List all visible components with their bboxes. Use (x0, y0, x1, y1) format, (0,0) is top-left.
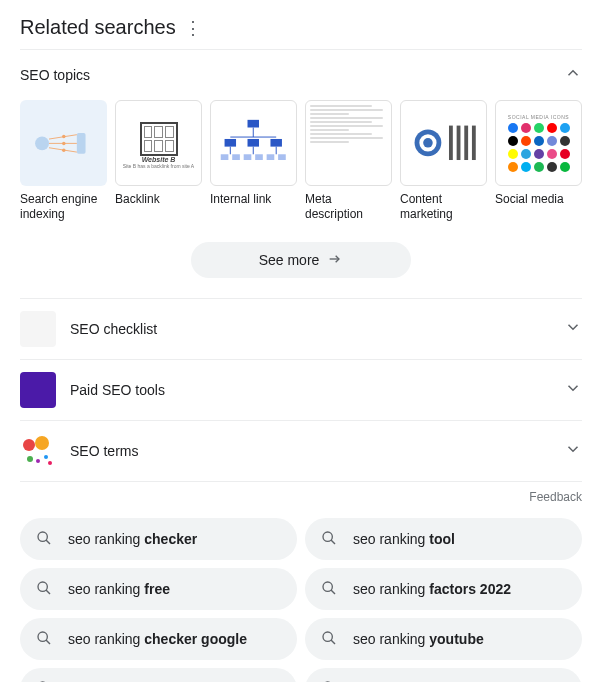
svg-point-7 (62, 148, 65, 151)
search-pill[interactable]: seo ranking checker google (20, 618, 297, 660)
svg-point-6 (62, 141, 65, 144)
topic-thumb: SOCIAL MEDIA ICONS (495, 100, 582, 186)
search-pill[interactable]: seo ranking factors 2022 (305, 568, 582, 610)
section-thumb (20, 311, 56, 347)
svg-point-39 (323, 532, 332, 541)
topic-card-content-marketing[interactable]: Content marketing (400, 100, 487, 222)
svg-line-38 (46, 540, 50, 544)
svg-point-34 (36, 459, 40, 463)
see-more-button[interactable]: See more (191, 242, 411, 278)
pill-label: seo ranking factors 2022 (353, 581, 511, 597)
search-icon (321, 530, 337, 549)
svg-rect-11 (225, 139, 236, 147)
topic-thumb (305, 100, 392, 186)
svg-line-48 (331, 640, 335, 644)
svg-point-32 (35, 436, 49, 450)
svg-point-36 (48, 461, 52, 465)
pill-label: seo ranking tool (353, 531, 455, 547)
search-icon (321, 580, 337, 599)
pill-label: seo ranking checker google (68, 631, 247, 647)
search-icon (321, 630, 337, 649)
topic-label: Internal link (210, 192, 297, 207)
arrow-right-icon (327, 251, 343, 270)
svg-point-31 (23, 439, 35, 451)
topic-label: Backlink (115, 192, 202, 207)
chevron-down-icon (564, 440, 582, 462)
svg-line-40 (331, 540, 335, 544)
svg-point-25 (423, 138, 433, 148)
header-title: Related searches (20, 16, 176, 39)
search-pill[interactable]: seo ranking checker (20, 518, 297, 560)
topic-card-meta-description[interactable]: Meta description (305, 100, 392, 222)
topic-label: Search engine indexing (20, 192, 107, 222)
svg-point-45 (38, 632, 47, 641)
svg-rect-8 (248, 120, 259, 128)
search-pill[interactable]: seo ranking youtube (305, 618, 582, 660)
section-paid-seo-tools[interactable]: Paid SEO tools (20, 359, 582, 420)
topic-card-backlink[interactable]: Website B Site B has a backlink from sit… (115, 100, 202, 222)
svg-rect-21 (267, 154, 275, 160)
topic-card-row: Search engine indexing Website B Site B … (20, 100, 582, 234)
feedback-link[interactable]: Feedback (20, 481, 582, 518)
svg-rect-22 (278, 154, 286, 160)
related-search-pills: seo ranking checker seo ranking tool seo… (20, 518, 582, 682)
section-thumb (20, 372, 56, 408)
svg-rect-27 (457, 126, 461, 160)
chevron-up-icon (564, 64, 582, 86)
svg-point-43 (323, 582, 332, 591)
section-label: SEO terms (70, 443, 550, 459)
svg-rect-28 (465, 126, 469, 160)
svg-rect-1 (77, 133, 86, 154)
chevron-down-icon (564, 379, 582, 401)
topic-thumb (210, 100, 297, 186)
search-icon (36, 630, 52, 649)
svg-point-35 (44, 455, 48, 459)
chevron-down-icon (564, 318, 582, 340)
section-title: SEO topics (20, 67, 90, 83)
section-seo-terms[interactable]: SEO terms (20, 420, 582, 481)
more-options-icon[interactable]: ⋮ (184, 17, 200, 39)
pill-label: seo ranking free (68, 581, 170, 597)
section-seo-checklist[interactable]: SEO checklist (20, 298, 582, 359)
section-label: Paid SEO tools (70, 382, 550, 398)
svg-point-33 (27, 456, 33, 462)
search-pill[interactable]: on-page seo ranking factors (305, 668, 582, 682)
search-pill[interactable]: seo ranking free (20, 568, 297, 610)
see-more-label: See more (259, 252, 320, 268)
topic-card-search-engine-indexing[interactable]: Search engine indexing (20, 100, 107, 222)
svg-rect-17 (221, 154, 229, 160)
svg-rect-13 (271, 139, 282, 147)
section-label: SEO checklist (70, 321, 550, 337)
related-searches-header: Related searches ⋮ (20, 0, 582, 49)
svg-point-37 (38, 532, 47, 541)
search-icon (36, 580, 52, 599)
svg-rect-26 (449, 126, 453, 160)
topic-thumb (400, 100, 487, 186)
topic-label: Social media (495, 192, 582, 207)
svg-line-42 (46, 590, 50, 594)
search-icon (36, 530, 52, 549)
svg-point-0 (35, 136, 49, 150)
section-seo-topics[interactable]: SEO topics (20, 50, 582, 100)
topic-label: Meta description (305, 192, 392, 222)
svg-rect-19 (244, 154, 252, 160)
topic-label: Content marketing (400, 192, 487, 222)
pill-label: seo ranking youtube (353, 631, 484, 647)
search-pill[interactable]: seo ranking tool (305, 518, 582, 560)
svg-rect-20 (255, 154, 263, 160)
search-pill[interactable]: keywords for seo ranking (20, 668, 297, 682)
svg-point-41 (38, 582, 47, 591)
topic-thumb (20, 100, 107, 186)
svg-line-44 (331, 590, 335, 594)
topic-card-social-media[interactable]: SOCIAL MEDIA ICONS Social media (495, 100, 582, 222)
pill-label: seo ranking checker (68, 531, 197, 547)
svg-rect-18 (232, 154, 240, 160)
topic-card-internal-link[interactable]: Internal link (210, 100, 297, 222)
svg-point-5 (62, 134, 65, 137)
svg-rect-29 (472, 126, 476, 160)
topic-thumb: Website B Site B has a backlink from sit… (115, 100, 202, 186)
section-thumb (20, 433, 56, 469)
svg-line-46 (46, 640, 50, 644)
svg-point-47 (323, 632, 332, 641)
svg-rect-12 (248, 139, 259, 147)
